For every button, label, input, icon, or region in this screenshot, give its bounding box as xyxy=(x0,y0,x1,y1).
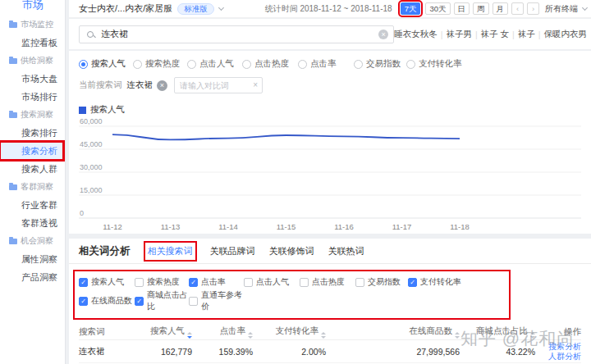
range-button-月[interactable]: 月 xyxy=(492,2,509,15)
range-button-日[interactable]: 日 xyxy=(454,2,470,15)
chevron-down-icon[interactable] xyxy=(218,5,224,11)
filter-checkbox-搜索人气[interactable]: ✓搜索人气 xyxy=(79,276,135,288)
metric-radio-点击热度[interactable]: 点击热度 xyxy=(242,58,298,70)
column-label: 搜索人气 xyxy=(150,325,185,335)
checkbox-icon xyxy=(355,278,364,287)
sidebar-group-3[interactable]: 客群洞察 xyxy=(0,178,65,196)
search-box: × xyxy=(79,25,394,43)
filter-row-1: ✓搜索人气搜索热度✓点击率点击人气点击热度交易指数✓支付转化率 xyxy=(79,276,509,288)
y-tick-label: 60,000 xyxy=(80,117,103,125)
sidebar-group-1[interactable]: 供给洞察 xyxy=(0,52,65,70)
range-button-7天[interactable]: 7天 xyxy=(401,2,421,15)
sidebar-group-0[interactable]: 市场监控 xyxy=(0,16,65,34)
current-word-label: 当前搜索词 xyxy=(79,80,122,91)
current-search-word: 连衣裙 xyxy=(127,80,153,91)
checkbox-icon: ✓ xyxy=(79,297,88,306)
chart-legend: 搜索人气 xyxy=(69,93,591,116)
range-button-30天[interactable]: 30天 xyxy=(425,2,450,15)
metric-radio-点击人气[interactable]: 点击人气 xyxy=(187,58,242,70)
action-link-人群分析[interactable]: 人群分析 xyxy=(535,352,581,362)
metric-radio-点击率[interactable]: 点击率 xyxy=(298,58,354,70)
related-words-card: 相关词分析 相关搜索词关联品牌词关联修饰词关联热词 ✓搜索人气搜索热度✓点击率点… xyxy=(69,239,591,364)
sidebar-group-4[interactable]: 机会洞察 xyxy=(0,232,65,250)
trend-line-chart: 015,00030,00045,00060,00011-1211-1311-14… xyxy=(79,117,581,234)
range-button-周[interactable]: 周 xyxy=(473,2,489,15)
filter-checkbox-点击热度[interactable]: 点击热度 xyxy=(300,276,355,288)
separator: | xyxy=(475,30,478,39)
folder-icon xyxy=(9,239,17,244)
sidebar-item-行业客群[interactable]: 行业客群 xyxy=(0,196,65,214)
sidebar-item-搜索分析[interactable]: 搜索分析 xyxy=(0,142,63,160)
metric-radio-group: 搜索人气搜索热度点击人气点击热度点击率交易指数支付转化率 xyxy=(69,51,591,70)
sidebar-group-label: 供给洞察 xyxy=(21,55,53,66)
hot-word-link[interactable]: 袜子 女 xyxy=(481,29,509,40)
column-header-商城点击占比[interactable]: 商城点击占比 xyxy=(460,325,535,339)
column-header-在线商品数[interactable]: 在线商品数 xyxy=(326,325,460,339)
sidebar-item-搜索排行[interactable]: 搜索排行 xyxy=(0,124,65,142)
sidebar-group-label: 搜索洞察 xyxy=(21,109,53,121)
tab-关联修饰词[interactable]: 关联修饰词 xyxy=(269,245,314,257)
checkbox-icon xyxy=(300,278,309,287)
hot-search-words: 睡衣女秋冬|袜子男|袜子 女|袜子|保暖内衣男 xyxy=(394,29,587,40)
sidebar-item-市场大盘[interactable]: 市场大盘 xyxy=(0,70,65,88)
compare-word-input[interactable] xyxy=(180,81,249,90)
remove-word-icon[interactable]: × xyxy=(157,80,167,91)
sidebar-group-2[interactable]: 搜索洞察 xyxy=(0,106,65,124)
clear-compare-icon[interactable]: × xyxy=(253,80,258,89)
sidebar-item-属性洞察[interactable]: 属性洞察 xyxy=(0,250,65,268)
hot-word-link[interactable]: 袜子男 xyxy=(446,29,472,40)
action-link-搜索分析[interactable]: 搜索分析 xyxy=(535,342,581,352)
column-header-支付转化率[interactable]: 支付转化率 xyxy=(253,325,326,339)
prev-page-button[interactable]: ‹ xyxy=(511,2,524,15)
sidebar-title: 市场 xyxy=(0,0,65,16)
sidebar-menu: 市场监控监控看板供给洞察市场大盘市场排行搜索洞察搜索排行搜索分析搜索人群客群洞察… xyxy=(0,16,65,286)
column-header-操作: 操作 xyxy=(535,326,581,338)
hot-word-link[interactable]: 保暖内衣男 xyxy=(544,29,588,40)
sidebar-group-label: 客群洞察 xyxy=(21,181,53,193)
category-selector[interactable]: 女士内衣/...内衣/家居服 xyxy=(79,2,172,15)
x-tick-label: 11-12 xyxy=(103,222,122,231)
tab-关联品牌词[interactable]: 关联品牌词 xyxy=(210,245,255,257)
filter-checkbox-点击人气[interactable]: 点击人气 xyxy=(244,276,300,288)
separator: | xyxy=(441,30,443,39)
filter-checkbox-交易指数[interactable]: 交易指数 xyxy=(355,276,408,288)
clear-search-icon[interactable]: × xyxy=(378,30,388,39)
sidebar-item-客群透视[interactable]: 客群透视 xyxy=(0,214,65,232)
filter-row-2: ✓在线商品数✓商城点击占比直通车参考价 xyxy=(79,289,509,312)
radio-icon xyxy=(133,60,142,69)
metric-label: 交易指数 xyxy=(366,58,401,70)
filter-checkbox-搜索热度[interactable]: 搜索热度 xyxy=(135,276,189,288)
column-label: 操作 xyxy=(564,326,581,336)
filter-checkbox-在线商品数[interactable]: ✓在线商品数 xyxy=(79,289,135,312)
cell-actions: 搜索分析人群分析 xyxy=(535,342,581,362)
filter-checkbox-商城点击占比[interactable]: ✓商城点击占比 xyxy=(135,289,189,312)
filter-checkbox-支付转化率[interactable]: ✓支付转化率 xyxy=(408,276,509,288)
tab-关联热词[interactable]: 关联热词 xyxy=(328,245,364,257)
sidebar: 市场 市场监控监控看板供给洞察市场大盘市场排行搜索洞察搜索排行搜索分析搜索人群客… xyxy=(0,0,66,364)
related-words-tabs: 相关搜索词关联品牌词关联修饰词关联热词 xyxy=(144,245,364,257)
filter-checkbox-直通车参考价[interactable]: 直通车参考价 xyxy=(189,289,244,312)
next-page-button[interactable]: › xyxy=(527,2,539,15)
sidebar-item-搜索人群[interactable]: 搜索人群 xyxy=(0,160,65,178)
sidebar-item-市场排行[interactable]: 市场排行 xyxy=(0,88,65,106)
x-tick-label: 11-13 xyxy=(161,222,181,231)
search-input[interactable] xyxy=(101,30,375,39)
column-header-点击率[interactable]: 点击率 xyxy=(192,325,253,339)
hot-word-link[interactable]: 袜子 xyxy=(518,29,535,40)
metric-radio-搜索热度[interactable]: 搜索热度 xyxy=(133,58,187,70)
filter-label: 点击率 xyxy=(201,276,226,288)
sidebar-item-产品洞察[interactable]: 产品洞察 xyxy=(0,268,65,286)
sidebar-item-监控看板[interactable]: 监控看板 xyxy=(0,34,65,52)
metric-radio-交易指数[interactable]: 交易指数 xyxy=(354,58,406,70)
column-label: 搜索词 xyxy=(79,326,105,336)
metric-radio-支付转化率[interactable]: 支付转化率 xyxy=(406,58,591,70)
checkbox-icon xyxy=(135,278,144,287)
hot-word-link[interactable]: 睡衣女秋冬 xyxy=(394,29,438,40)
filter-label: 点击热度 xyxy=(312,276,345,288)
terminal-dropdown[interactable]: 所有终端 xyxy=(545,3,587,15)
filter-checkbox-点击率[interactable]: ✓点击率 xyxy=(189,276,244,288)
cell-value: 162,779 xyxy=(138,347,192,357)
column-header-搜索人气[interactable]: 搜索人气 xyxy=(138,325,192,339)
tab-相关搜索词[interactable]: 相关搜索词 xyxy=(148,245,193,257)
metric-radio-搜索人气[interactable]: 搜索人气 xyxy=(79,58,133,70)
